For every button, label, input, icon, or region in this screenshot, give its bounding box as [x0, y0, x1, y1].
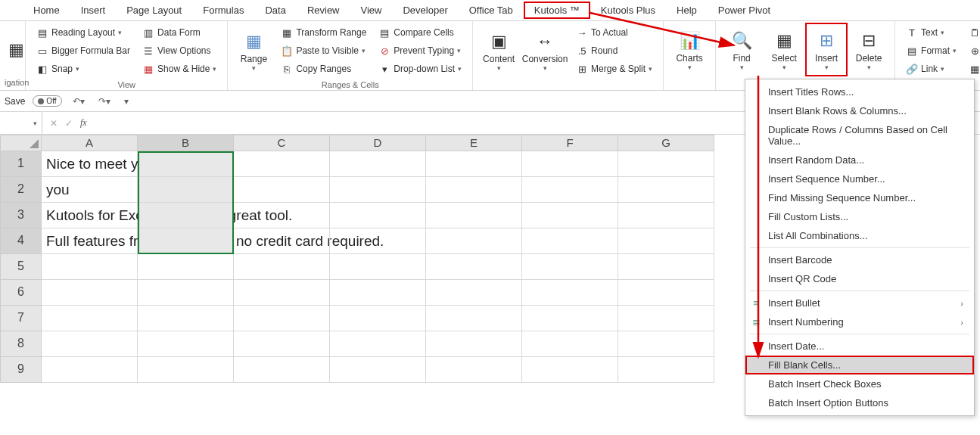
- charts-button[interactable]: 📊Charts▾: [668, 23, 711, 76]
- cell-c5[interactable]: [234, 254, 330, 280]
- cell-a8[interactable]: [42, 331, 138, 357]
- row-header-6[interactable]: 6: [0, 280, 42, 306]
- row-header-4[interactable]: 4: [0, 228, 42, 254]
- name-box[interactable]: ▾: [0, 112, 42, 134]
- compare-cells-button[interactable]: ▤Compare Cells: [375, 24, 465, 41]
- cell-d2[interactable]: [330, 177, 426, 203]
- row-header-9[interactable]: 9: [0, 357, 42, 383]
- transform-range-button[interactable]: ▦Transform Range: [278, 24, 369, 41]
- cell-f7[interactable]: [522, 306, 618, 331]
- cell-e9[interactable]: [426, 357, 522, 383]
- row-header-5[interactable]: 5: [0, 254, 42, 280]
- row-header-3[interactable]: 3: [0, 203, 42, 228]
- show-hide-button[interactable]: ▦Show & Hide▾: [139, 61, 219, 77]
- cell-c8[interactable]: [234, 331, 330, 357]
- tab-power-pivot[interactable]: Power Pivot: [708, 2, 781, 19]
- menu-item-duplicate-rows-columns-based-on-cell-value[interactable]: Duplicate Rows / Columns Based on Cell V…: [745, 120, 974, 151]
- menu-item-insert-numbering[interactable]: ≣Insert Numbering›: [745, 312, 974, 331]
- cell-d7[interactable]: [330, 306, 426, 331]
- menu-item-list-all-combinations[interactable]: List All Combinations...: [745, 226, 974, 245]
- text-button[interactable]: TText▾: [903, 24, 960, 41]
- cell-c4[interactable]: [234, 228, 330, 254]
- cell-b4[interactable]: [138, 228, 234, 254]
- col-header-g[interactable]: G: [618, 135, 714, 151]
- cell-d4[interactable]: [330, 228, 426, 254]
- menu-item-batch-insert-option-buttons[interactable]: Batch Insert Option Buttons: [745, 393, 974, 412]
- menu-item-insert-titles-rows[interactable]: Insert Titles Rows...: [745, 82, 974, 101]
- menu-item-insert-random-data[interactable]: Insert Random Data...: [745, 151, 974, 169]
- col-header-b[interactable]: B: [138, 135, 234, 151]
- tab-formulas[interactable]: Formulas: [192, 2, 254, 19]
- cell-c1[interactable]: [234, 151, 330, 177]
- merge-split-button[interactable]: ⊞Merge & Split▾: [573, 61, 655, 77]
- cell-a6[interactable]: [42, 280, 138, 306]
- insert-button[interactable]: ⊞Insert▾: [805, 23, 848, 76]
- cell-b8[interactable]: [138, 331, 234, 357]
- cell-d3[interactable]: [330, 203, 426, 228]
- note-button[interactable]: 🗒Note▾: [966, 24, 980, 41]
- cancel-formula-button[interactable]: ✕: [50, 118, 58, 129]
- cell-f1[interactable]: [522, 151, 618, 177]
- delete-button[interactable]: ⊟Delete▾: [848, 23, 890, 76]
- cell-c3[interactable]: [234, 203, 330, 228]
- row-header-1[interactable]: 1: [0, 151, 42, 177]
- cell-a3[interactable]: Kutools for Excel add-in is a great tool…: [42, 203, 138, 228]
- cell-a1[interactable]: Nice to meet you!: [42, 151, 138, 177]
- cell-b3[interactable]: [138, 203, 234, 228]
- cell-f8[interactable]: [522, 331, 618, 357]
- cell-c6[interactable]: [234, 280, 330, 306]
- tab-developer[interactable]: Developer: [392, 2, 458, 19]
- cell-e5[interactable]: [426, 254, 522, 280]
- cell-d8[interactable]: [330, 331, 426, 357]
- cell-g4[interactable]: [618, 228, 714, 254]
- menu-item-insert-bullet[interactable]: ≡Insert Bullet›: [745, 294, 974, 312]
- cell-e4[interactable]: [426, 228, 522, 254]
- cell-e6[interactable]: [426, 280, 522, 306]
- cell-f3[interactable]: [522, 203, 618, 228]
- find-button[interactable]: 🔍Find▾: [720, 23, 763, 76]
- cell-e7[interactable]: [426, 306, 522, 331]
- cell-g8[interactable]: [618, 331, 714, 357]
- bigger-formula-bar-button[interactable]: ▭Bigger Formula Bar: [33, 42, 133, 59]
- cell-b1[interactable]: [138, 151, 234, 177]
- cell-g1[interactable]: [618, 151, 714, 177]
- snap-button[interactable]: ◧Snap▾: [33, 61, 133, 77]
- cell-a7[interactable]: [42, 306, 138, 331]
- view-options-button[interactable]: ☰View Options: [139, 42, 219, 59]
- menu-item-fill-custom-lists[interactable]: Fill Custom Lists...: [745, 207, 974, 226]
- tab-data[interactable]: Data: [254, 2, 296, 19]
- undo-button[interactable]: ↶▾: [70, 96, 88, 107]
- navigation-button[interactable]: ▦: [5, 23, 27, 76]
- menu-item-insert-qr-code[interactable]: Insert QR Code: [745, 269, 974, 288]
- cell-e3[interactable]: [426, 203, 522, 228]
- cell-c2[interactable]: [234, 177, 330, 203]
- dropdown-list-button[interactable]: ▾Drop-down List▾: [375, 61, 465, 77]
- cell-g9[interactable]: [618, 357, 714, 383]
- menu-item-insert-barcode[interactable]: Insert Barcode: [745, 250, 974, 269]
- cell-g6[interactable]: [618, 280, 714, 306]
- round-button[interactable]: .5Round: [573, 42, 655, 59]
- cell-b9[interactable]: [138, 357, 234, 383]
- cell-e2[interactable]: [426, 177, 522, 203]
- operation-button[interactable]: ⊕Operation: [966, 42, 980, 59]
- select-button[interactable]: ▦Select▾: [763, 23, 805, 76]
- row-header-8[interactable]: 8: [0, 331, 42, 357]
- tab-home[interactable]: Home: [23, 2, 70, 19]
- reading-layout-button[interactable]: ▤Reading Layout▾: [33, 24, 133, 41]
- cell-e1[interactable]: [426, 151, 522, 177]
- calculator-button[interactable]: ▦Calculator: [966, 61, 980, 77]
- enter-formula-button[interactable]: ✓: [65, 118, 73, 129]
- paste-visible-button[interactable]: 📋Paste to Visible▾: [278, 42, 369, 59]
- cell-f5[interactable]: [522, 254, 618, 280]
- autosave-toggle[interactable]: Off: [33, 95, 61, 107]
- cell-a4[interactable]: Full features free trial 30-day, no cred…: [42, 228, 138, 254]
- menu-item-find-missing-sequence-number[interactable]: Find Missing Sequence Number...: [745, 188, 974, 207]
- tab-kutools-plus[interactable]: Kutools Plus: [590, 2, 666, 19]
- cell-d6[interactable]: [330, 280, 426, 306]
- col-header-e[interactable]: E: [426, 135, 522, 151]
- conversion-button[interactable]: ↔Conversion▾: [520, 23, 570, 79]
- menu-item-fill-blank-cells[interactable]: Fill Blank Cells...: [745, 356, 974, 374]
- cell-a9[interactable]: [42, 357, 138, 383]
- cell-d5[interactable]: [330, 254, 426, 280]
- data-form-button[interactable]: ▥Data Form: [139, 24, 219, 41]
